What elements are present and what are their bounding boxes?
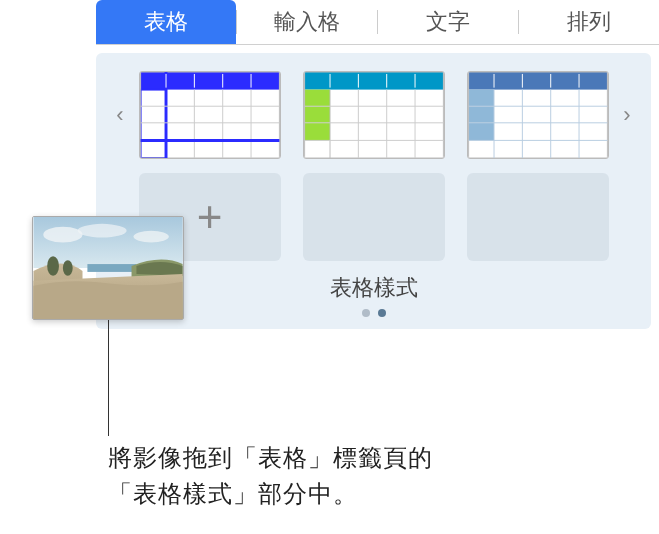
callout-line-2: 「表格樣式」部分中。: [108, 476, 433, 512]
svg-point-48: [78, 224, 127, 238]
svg-rect-50: [87, 264, 136, 272]
carousel-prev-button[interactable]: ‹: [110, 102, 130, 128]
callout-text: 將影像拖到「表格」標籤頁的 「表格樣式」部分中。: [108, 440, 433, 512]
svg-rect-30: [468, 72, 607, 90]
table-style-thumb-3[interactable]: [467, 71, 609, 159]
pagination-dots: [110, 309, 637, 317]
svg-point-51: [47, 256, 59, 276]
carousel-next-button[interactable]: ›: [617, 102, 637, 128]
svg-rect-32: [468, 106, 493, 123]
svg-rect-16: [304, 106, 329, 123]
table-preview-icon: [304, 72, 444, 158]
tab-table[interactable]: 表格: [96, 0, 236, 44]
table-preview-icon: [140, 72, 280, 158]
style-thumbnails: [136, 71, 611, 159]
svg-point-52: [63, 260, 73, 276]
svg-rect-31: [468, 90, 493, 107]
table-preview-icon: [468, 72, 608, 158]
pagination-dot[interactable]: [362, 309, 370, 317]
tab-bar: 表格 輸入格 文字 排列: [96, 0, 659, 45]
table-style-thumb-2[interactable]: [303, 71, 445, 159]
section-title: 表格樣式: [110, 273, 637, 303]
svg-point-49: [134, 231, 169, 243]
svg-rect-14: [304, 72, 443, 90]
svg-rect-15: [304, 90, 329, 107]
tab-text[interactable]: 文字: [378, 0, 518, 44]
callout-line-1: 將影像拖到「表格」標籤頁的: [108, 440, 433, 476]
styles-carousel: ‹: [110, 71, 637, 159]
svg-rect-17: [304, 123, 329, 141]
svg-point-47: [43, 227, 82, 243]
svg-rect-1: [140, 90, 165, 158]
pagination-dot-active[interactable]: [378, 309, 386, 317]
table-style-thumb-1[interactable]: [139, 71, 281, 159]
beach-photo-icon: [33, 217, 183, 319]
svg-rect-33: [468, 123, 493, 141]
tab-cell[interactable]: 輸入格: [237, 0, 377, 44]
tab-arrange[interactable]: 排列: [519, 0, 659, 44]
svg-rect-0: [140, 72, 279, 90]
dragged-image-thumbnail[interactable]: [32, 216, 184, 320]
callout-leader-line: [108, 320, 109, 436]
style-placeholder[interactable]: [467, 173, 609, 261]
style-placeholder[interactable]: [303, 173, 445, 261]
style-placeholders: +: [110, 173, 637, 261]
